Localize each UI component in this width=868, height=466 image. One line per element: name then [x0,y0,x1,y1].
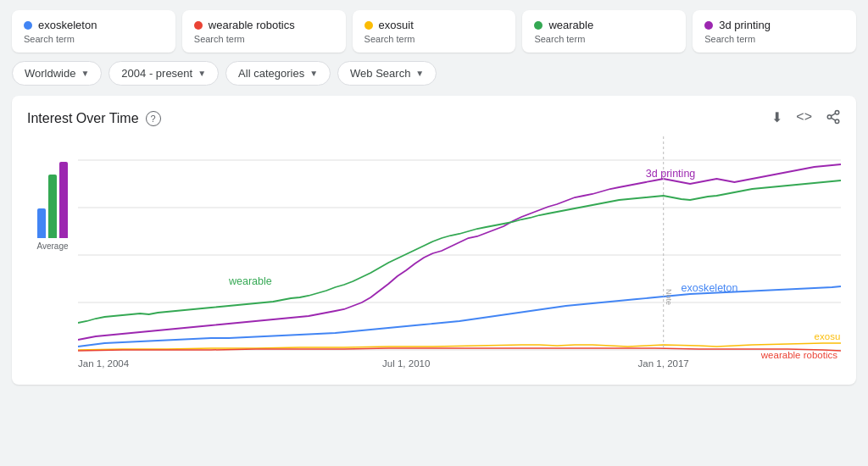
embed-button[interactable]: <> [796,109,812,128]
filter-btn-category[interactable]: All categories▼ [225,61,331,86]
term-label: 3d printing [719,19,771,31]
term-dot [704,21,713,30]
term-label: exoskeleton [38,19,97,31]
term-dot [364,21,373,30]
term-type: Search term [704,34,844,44]
filter-btn-type[interactable]: Web Search▼ [337,61,437,86]
exoskeleton-label: exoskeleton [682,282,738,294]
avg-bar [37,208,46,238]
filter-label: Worldwide [25,67,75,80]
search-term-card-3d-printing[interactable]: 3d printing Search term [693,10,856,53]
help-icon[interactable]: ? [146,111,161,126]
term-label: wearable robotics [209,19,295,31]
svg-line-3 [831,118,835,120]
term-label: exosuit [379,19,414,31]
search-term-card-wearable[interactable]: wearable Search term [522,10,686,53]
trend-chart-svg: 100 75 50 25 Jan 1, 2004 Jul 1, 2010 Jan… [78,136,841,374]
download-button[interactable]: ⬇ [771,109,782,128]
search-term-name: exosuit [364,19,504,31]
svg-line-4 [831,114,835,116]
search-term-name: wearable robotics [194,19,334,31]
note-text: Note [665,289,673,305]
share-button[interactable] [826,109,841,128]
avg-bar [48,175,57,238]
3d-printing-label: 3d printing [646,168,696,180]
search-term-name: exoskeleton [24,19,164,31]
search-term-name: 3d printing [704,19,844,31]
search-terms-row: exoskeleton Search term wearable robotic… [12,10,856,53]
exosuit-label: exosuit [815,331,841,341]
chart-actions: ⬇ <> [771,109,841,128]
avg-bar [59,162,68,238]
chevron-down-icon: ▼ [309,69,318,78]
avg-bars [37,136,68,238]
term-type: Search term [24,34,164,44]
term-dot [534,21,542,30]
filter-label: Web Search [350,67,410,80]
chevron-down-icon: ▼ [415,69,424,78]
term-type: Search term [364,34,504,44]
chevron-down-icon: ▼ [198,69,206,78]
avg-label: Average [36,241,68,251]
3d-printing-line [78,164,841,340]
search-term-card-exosuit[interactable]: exosuit Search term [353,10,516,53]
search-term-name: wearable [534,19,674,31]
filter-btn-location[interactable]: Worldwide▼ [12,61,102,86]
term-label: wearable [548,19,593,31]
chart-container: Average 100 75 50 25 Jan 1, 2004 [27,136,841,376]
wearable-line [78,180,841,323]
main-chart: 100 75 50 25 Jan 1, 2004 Jul 1, 2010 Jan… [78,136,841,376]
svg-text:Jul 1, 2010: Jul 1, 2010 [382,358,430,369]
wearable-label: wearable [228,275,272,287]
exoskeleton-line [78,286,841,347]
wearable-robotics-label: wearable robotics [760,350,838,360]
svg-text:Jan 1, 2004: Jan 1, 2004 [78,358,129,369]
svg-text:Jan 1, 2017: Jan 1, 2017 [638,358,689,369]
filter-label: 2004 - present [121,67,192,80]
search-term-card-exoskeleton[interactable]: exoskeleton Search term [12,10,175,53]
chevron-down-icon: ▼ [81,69,89,78]
chart-title: Interest Over Time [27,111,139,126]
term-dot [24,21,32,30]
filter-btn-time[interactable]: 2004 - present▼ [108,61,219,86]
filters-row: Worldwide▼2004 - present▼All categories▼… [12,61,856,86]
search-term-card-wearable-robotics[interactable]: wearable robotics Search term [182,10,346,53]
term-type: Search term [534,34,674,44]
svg-point-2 [835,119,839,124]
chart-panel: Interest Over Time ? ⬇ <> Average [12,96,856,385]
svg-point-0 [835,111,839,115]
filter-label: All categories [238,67,304,80]
term-dot [194,21,203,30]
avg-column: Average [27,136,78,376]
term-type: Search term [194,34,334,44]
svg-point-1 [827,115,832,119]
